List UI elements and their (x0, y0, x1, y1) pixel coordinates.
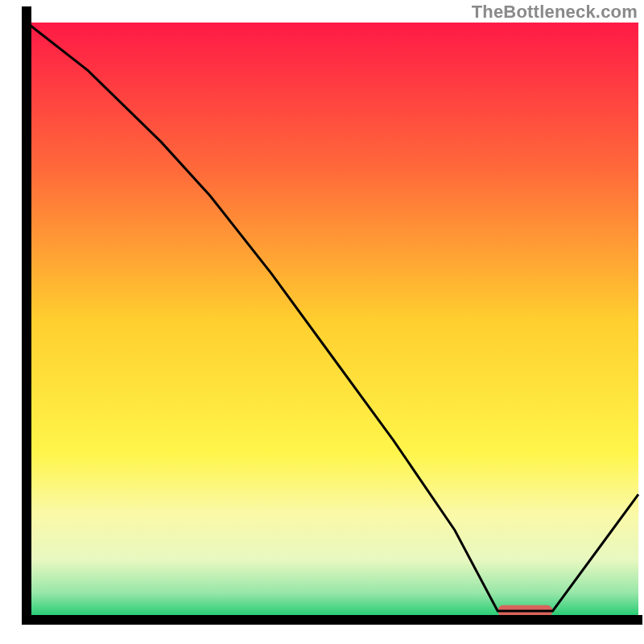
bottleneck-chart (0, 0, 644, 644)
plot-background (27, 23, 638, 620)
chart-stage: TheBottleneck.com (0, 0, 644, 644)
watermark-text: TheBottleneck.com (472, 2, 638, 23)
